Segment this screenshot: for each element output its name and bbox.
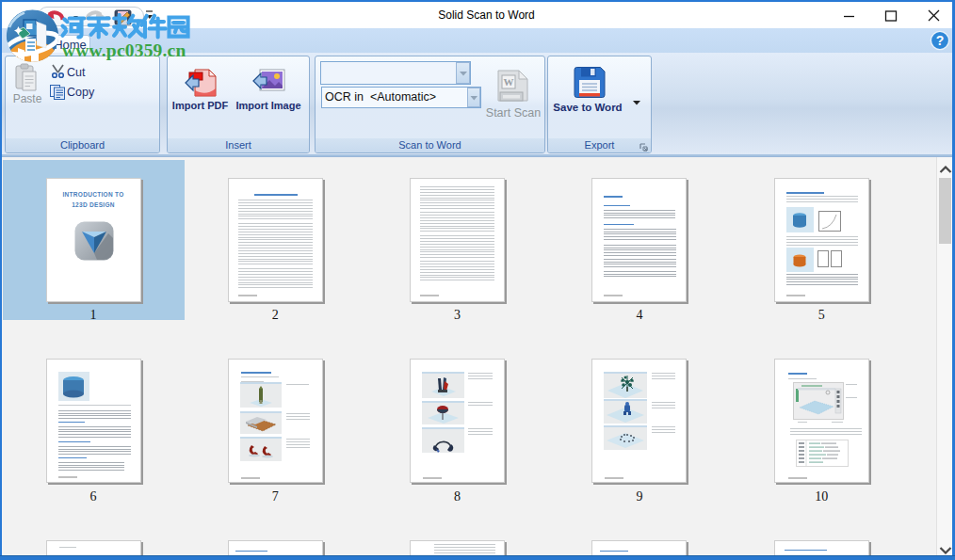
svg-text:W: W (504, 76, 514, 88)
svg-text:?: ? (936, 33, 945, 48)
